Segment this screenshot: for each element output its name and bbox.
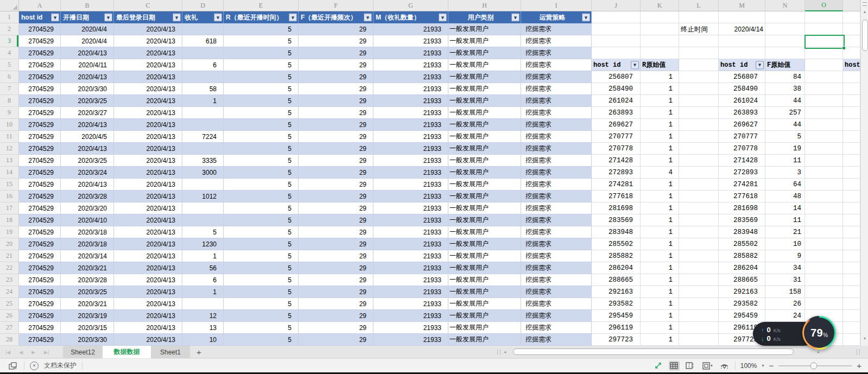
cell-E22[interactable]: 5 (224, 262, 299, 274)
cell-M2[interactable]: 2020/4/14 (719, 23, 765, 35)
cell-B3[interactable]: 2020/4/4 (61, 35, 114, 47)
cell-C7[interactable]: 2020/4/13 (114, 83, 182, 95)
cell-J24[interactable]: 292163 (592, 286, 641, 298)
eye-protect-icon[interactable] (719, 361, 730, 371)
cell-P21[interactable] (843, 250, 860, 262)
cell-N7[interactable]: 38 (765, 83, 805, 95)
cell-G3[interactable]: 21933 (373, 35, 448, 47)
cell-F5[interactable]: 29 (299, 59, 373, 71)
filter-icon[interactable]: ▼ (214, 14, 222, 22)
cell-D13[interactable]: 3335 (182, 155, 224, 167)
cell-I3[interactable]: 挖掘需求 (521, 35, 592, 47)
cell-K4[interactable] (641, 47, 679, 59)
cell-F11[interactable]: 29 (299, 131, 373, 143)
cell-F21[interactable]: 29 (299, 250, 373, 262)
cell-E25[interactable]: 5 (224, 298, 299, 310)
cell-D12[interactable] (182, 143, 224, 155)
horizontal-split-handle[interactable] (857, 349, 860, 355)
cell-B27[interactable]: 2020/3/15 (61, 322, 114, 334)
cell-O12[interactable] (805, 143, 843, 155)
cell-A14[interactable]: 2704529 (19, 167, 61, 179)
cell-H12[interactable]: 一般发展用户 (448, 143, 521, 155)
row-header-27[interactable]: 27 (0, 322, 19, 334)
cell-K8[interactable]: 1 (641, 95, 679, 107)
cell-I20[interactable]: 挖掘需求 (521, 238, 592, 250)
cell-H27[interactable]: 一般发展用户 (448, 322, 521, 334)
cell-B14[interactable]: 2020/3/24 (61, 167, 114, 179)
cell-D17[interactable] (182, 202, 224, 214)
cell-P10[interactable] (843, 119, 860, 131)
cell-F23[interactable]: 29 (299, 274, 373, 286)
page-break-view-icon[interactable] (685, 361, 695, 371)
cell-K18[interactable]: 1 (641, 214, 679, 226)
cell-G4[interactable]: 21933 (373, 47, 448, 59)
cell-J13[interactable]: 271428 (592, 155, 641, 167)
cell-F4[interactable]: 29 (299, 47, 373, 59)
cell-L26[interactable] (679, 310, 719, 322)
cell-D14[interactable]: 3000 (182, 167, 224, 179)
cell-P6[interactable] (843, 71, 860, 83)
row-header-7[interactable]: 7 (0, 83, 19, 95)
cell-F22[interactable]: 29 (299, 262, 373, 274)
row-header-24[interactable]: 24 (0, 286, 19, 298)
cell-F15[interactable]: 29 (299, 179, 373, 191)
cell-A24[interactable]: 2704529 (19, 286, 61, 298)
cell-B20[interactable]: 2020/3/18 (61, 238, 114, 250)
cell-B4[interactable]: 2020/4/13 (61, 47, 114, 59)
cell-N12[interactable]: 19 (765, 143, 805, 155)
cell-M19[interactable]: 283948 (719, 226, 765, 238)
cell-H20[interactable]: 一般发展用户 (448, 238, 521, 250)
cell-H9[interactable]: 一般发展用户 (448, 107, 521, 119)
cell-E20[interactable]: 5 (224, 238, 299, 250)
cell-F20[interactable]: 29 (299, 238, 373, 250)
cell-G12[interactable]: 21933 (373, 143, 448, 155)
cell-A17[interactable]: 2704529 (19, 202, 61, 214)
column-filter-header-I1[interactable]: 运营策略▼ (521, 11, 592, 23)
cell-B26[interactable]: 2020/3/19 (61, 310, 114, 322)
cell-E12[interactable]: 5 (224, 143, 299, 155)
row-header-14[interactable]: 14 (0, 167, 19, 179)
row-header-9[interactable]: 9 (0, 107, 19, 119)
cell-O24[interactable] (805, 286, 843, 298)
filter-icon[interactable]: ▼ (51, 14, 59, 22)
cell-H8[interactable]: 一般发展用户 (448, 95, 521, 107)
cell-G15[interactable]: 21933 (373, 179, 448, 191)
cell-J8[interactable]: 261024 (592, 95, 641, 107)
cell-I21[interactable]: 挖掘需求 (521, 250, 592, 262)
filter-icon[interactable]: ▼ (511, 14, 519, 22)
column-header-M[interactable]: M (719, 0, 765, 11)
cell-P12[interactable] (843, 143, 860, 155)
cell-D27[interactable]: 13 (182, 322, 224, 334)
cell-P27[interactable] (843, 322, 860, 334)
cell-P7[interactable] (843, 83, 860, 95)
cell-E21[interactable]: 5 (224, 250, 299, 262)
cell-L28[interactable] (679, 334, 719, 346)
column-filter-header-B1[interactable]: 开播日期▼ (61, 11, 114, 23)
cell-I23[interactable]: 挖掘需求 (521, 274, 592, 286)
prev-sheet-icon[interactable]: ◀ (19, 350, 23, 355)
cell-P15[interactable] (843, 179, 860, 191)
cell-E2[interactable]: 5 (224, 23, 299, 35)
cell-L23[interactable] (679, 274, 719, 286)
column-filter-header-C1[interactable]: 最后登录日期▼ (114, 11, 182, 23)
cell-E28[interactable]: 5 (224, 334, 299, 346)
cell-O9[interactable] (805, 107, 843, 119)
cell-N22[interactable]: 34 (765, 262, 805, 274)
cell-E24[interactable]: 5 (224, 286, 299, 298)
cell-H11[interactable]: 一般发展用户 (448, 131, 521, 143)
cell-B11[interactable]: 2020/4/5 (61, 131, 114, 143)
cell-G18[interactable]: 21933 (373, 214, 448, 226)
cell-E11[interactable]: 5 (224, 131, 299, 143)
cell-N19[interactable]: 21 (765, 226, 805, 238)
cell-K10[interactable]: 1 (641, 119, 679, 131)
cell-J15[interactable]: 274281 (592, 179, 641, 191)
cell-E16[interactable]: 5 (224, 191, 299, 202)
column-header-D[interactable]: D (182, 0, 224, 11)
column-filter-header-G1[interactable]: M（收礼数量）▼ (373, 11, 448, 23)
cell-J3[interactable] (592, 35, 641, 47)
cell-J19[interactable]: 283948 (592, 226, 641, 238)
cell-A15[interactable]: 2704529 (19, 179, 61, 191)
cell-L10[interactable] (679, 119, 719, 131)
cell-D23[interactable]: 6 (182, 274, 224, 286)
cell-M16[interactable]: 277618 (719, 191, 765, 202)
